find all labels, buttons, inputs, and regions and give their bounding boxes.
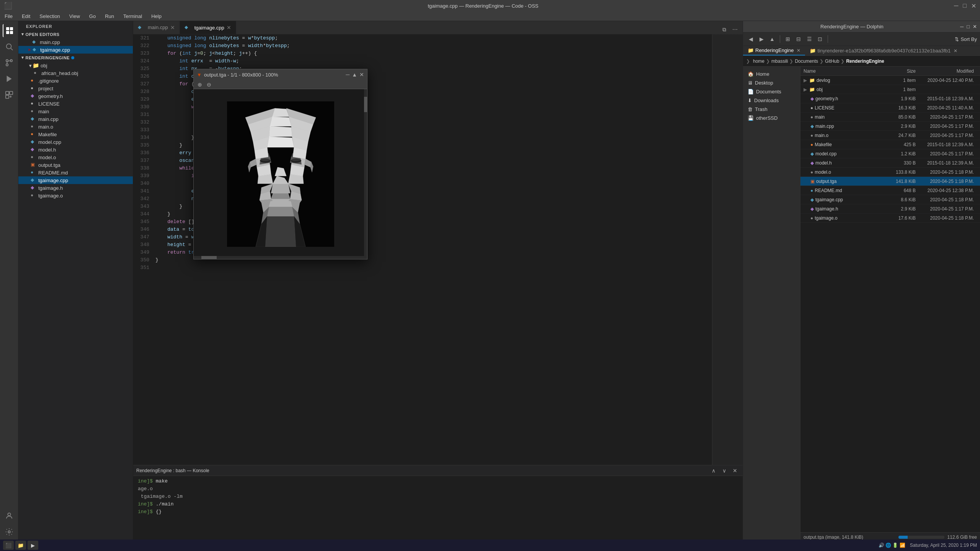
tree-model-cpp[interactable]: ◆ model.cpp (18, 138, 133, 146)
file-row-main-o[interactable]: ● main.o 24.7 KiB 2020-04-25 1:17 P.M. (800, 131, 980, 140)
tree-license[interactable]: ● LICENSE (18, 100, 133, 108)
terminal-close-btn[interactable]: ✕ (730, 466, 740, 475)
viewer-win-btns[interactable]: ─ ▲ ✕ (346, 72, 364, 78)
file-row-license[interactable]: ● LICENSE 16.3 KiB 2020-04-25 11:40 A.M. (800, 103, 980, 112)
minimize-button[interactable]: ─ (954, 2, 958, 9)
tree-african-head[interactable]: ● african_head.obj (18, 69, 133, 77)
file-row-output-tga[interactable]: ▣ output.tga 141.8 KiB 2020-04-25 1:18 P… (800, 177, 980, 186)
menu-help[interactable]: Help (150, 13, 163, 20)
viewer-zoom-in[interactable]: ⊕ (195, 80, 204, 89)
scrollbar-horizontal[interactable] (194, 256, 364, 259)
place-trash[interactable]: 🗑 Trash (743, 105, 800, 114)
breadcrumb-documents[interactable]: Documents (795, 59, 818, 64)
close-button[interactable]: ✕ (971, 2, 976, 10)
more-actions-btn[interactable]: ⋯ (730, 25, 740, 34)
file-row-tgaimage-cpp[interactable]: ◆ tgaimage.cpp 8.6 KiB 2020-04-25 1:18 P… (800, 195, 980, 204)
activity-settings[interactable] (3, 525, 16, 538)
tab-main-close[interactable]: ✕ (170, 24, 175, 31)
tree-geometry[interactable]: ◆ geometry.h (18, 92, 133, 100)
file-row-obj[interactable]: ▶ 📁 obj 1 item (800, 85, 980, 94)
place-documents[interactable]: 📄 Documents (743, 87, 800, 96)
tree-gitignore[interactable]: ● .gitignore (18, 77, 133, 85)
file-row-tgaimage-h[interactable]: ◆ tgaimage.h 2.9 KiB 2020-04-25 1:17 P.M… (800, 204, 980, 214)
dolphin-tab-tiny[interactable]: 📁 tinyrenderer-e1a3f2b0f9638fa6db9e0437c… (805, 46, 962, 55)
tree-makefile[interactable]: ● Makefile (18, 130, 133, 138)
breadcrumb-github[interactable]: GitHub (825, 59, 839, 64)
view-compact-btn[interactable]: ⊟ (794, 34, 803, 44)
place-desktop[interactable]: 🖥 Desktop (743, 78, 800, 87)
tree-model-o[interactable]: ● model.o (18, 153, 133, 161)
maximize-button[interactable]: □ (963, 2, 967, 9)
activity-explorer[interactable] (3, 24, 16, 37)
nav-forward-btn[interactable]: ▶ (757, 34, 766, 44)
menu-edit[interactable]: Edit (20, 13, 32, 20)
title-bar-controls[interactable]: ─ □ ✕ (954, 2, 976, 10)
file-row-model-o[interactable]: ● model.o 133.8 KiB 2020-04-25 1:18 P.M. (800, 168, 980, 177)
breadcrumb-mbassili[interactable]: mbassili (771, 59, 788, 64)
tree-obj-folder[interactable]: ▾ 📁 obj (18, 62, 133, 69)
breadcrumb-home[interactable]: home (753, 59, 764, 64)
nav-up-btn[interactable]: ▲ (768, 34, 777, 44)
file-row-model-h[interactable]: ◆ model.h 330 B 2015-01-18 12:39 A.M. (800, 158, 980, 168)
open-editor-main[interactable]: ◆ main.cpp (18, 38, 133, 46)
dolphin-tab-tiny-close[interactable]: ✕ (954, 48, 957, 54)
col-modified[interactable]: Modified (916, 68, 977, 74)
file-row-geometry[interactable]: ◆ geometry.h 1.9 KiB 2015-01-18 12:39 A.… (800, 94, 980, 103)
activity-account[interactable] (3, 509, 16, 522)
tree-tgaimage-o[interactable]: ● tgaimage.o (18, 192, 133, 199)
place-downloads[interactable]: ⬇ Downloads (743, 96, 800, 105)
activity-search[interactable] (3, 40, 16, 53)
nav-back-btn[interactable]: ◀ (746, 34, 755, 44)
dolphin-min-btn[interactable]: ─ (960, 24, 964, 29)
viewer-zoom-out[interactable]: ⊖ (204, 80, 214, 89)
scrollbar-thumb-horizontal[interactable] (201, 256, 217, 259)
tab-main-cpp[interactable]: ◆ main.cpp ✕ (133, 21, 180, 34)
terminal-content[interactable]: ine]$ make age.o tgaimage.o -lm ine]$ ./… (133, 476, 743, 541)
view-details-btn[interactable]: ☰ (805, 34, 814, 44)
menu-selection[interactable]: Selection (38, 13, 61, 20)
col-name[interactable]: Name (804, 68, 881, 74)
file-row-main-bin[interactable]: ● main 85.0 KiB 2020-04-25 1:17 P.M. (800, 112, 980, 122)
menu-run[interactable]: Run (103, 13, 116, 20)
tree-main-cpp[interactable]: ◆ main.cpp (18, 115, 133, 123)
menu-terminal[interactable]: Terminal (122, 13, 144, 20)
tree-tgaimage-h[interactable]: ◆ tgaimage.h (18, 184, 133, 192)
col-size[interactable]: Size (881, 68, 916, 74)
menu-go[interactable]: Go (88, 13, 97, 20)
file-row-devlog[interactable]: ▶ 📁 devlog 1 item 2020-04-25 12:40 P.M. (800, 76, 980, 85)
sort-by-btn[interactable]: ⇅ Sort By (955, 36, 977, 42)
taskbar-app-3[interactable]: ▶ (28, 541, 38, 550)
menu-view[interactable]: View (68, 13, 82, 20)
viewer-max-btn[interactable]: ▲ (352, 72, 357, 78)
split-editor-btn[interactable]: ⧉ (720, 25, 729, 34)
scrollbar-thumb-vertical[interactable] (364, 97, 367, 112)
dolphin-max-btn[interactable]: □ (967, 24, 970, 29)
tab-tgaimage-cpp[interactable]: ◆ tgaimage.cpp ✕ (180, 21, 236, 34)
activity-run[interactable] (3, 72, 16, 85)
file-row-main-cpp[interactable]: ◆ main.cpp 2.9 KiB 2020-04-25 1:17 P.M. (800, 122, 980, 131)
renderingengine-header[interactable]: ▾ RENDERINGENGINE (18, 54, 133, 62)
view-icons-btn[interactable]: ⊞ (783, 34, 792, 44)
tree-main-o[interactable]: ● main.o (18, 123, 133, 130)
tree-tgaimage-cpp[interactable]: ◆ tgaimage.cpp (18, 176, 133, 184)
taskbar-app-2[interactable]: 📁 (15, 541, 26, 550)
dolphin-tab-close[interactable]: ✕ (797, 48, 800, 53)
breadcrumb-rendering[interactable]: RenderingEngine (846, 59, 884, 64)
scrollbar-vertical[interactable] (364, 89, 367, 259)
file-row-makefile[interactable]: ● Makefile 425 B 2015-01-18 12:39 A.M. (800, 140, 980, 149)
terminal-collapse-btn[interactable]: ∧ (709, 466, 718, 475)
tree-model-h[interactable]: ◆ model.h (18, 146, 133, 153)
dolphin-tab-rendering[interactable]: 📁 RenderingEngine ✕ (743, 46, 805, 55)
view-grid-btn[interactable]: ⊡ (815, 34, 825, 44)
file-row-model-cpp[interactable]: ◆ model.cpp 1.2 KiB 2020-04-25 1:17 P.M. (800, 149, 980, 158)
tree-project[interactable]: ● project (18, 85, 133, 92)
viewer-close-btn[interactable]: ✕ (359, 72, 364, 78)
place-otherssd[interactable]: 💾 otherSSD (743, 114, 800, 122)
taskbar-app-1[interactable]: ⬛ (3, 541, 14, 550)
tree-main-binary[interactable]: ● main (18, 108, 133, 115)
place-home[interactable]: 🏠 Home (743, 70, 800, 78)
activity-source-control[interactable] (3, 56, 16, 69)
tree-output-tga[interactable]: ▣ output.tga (18, 161, 133, 169)
terminal-expand-btn[interactable]: ∨ (720, 466, 729, 475)
menu-file[interactable]: File (3, 13, 14, 20)
